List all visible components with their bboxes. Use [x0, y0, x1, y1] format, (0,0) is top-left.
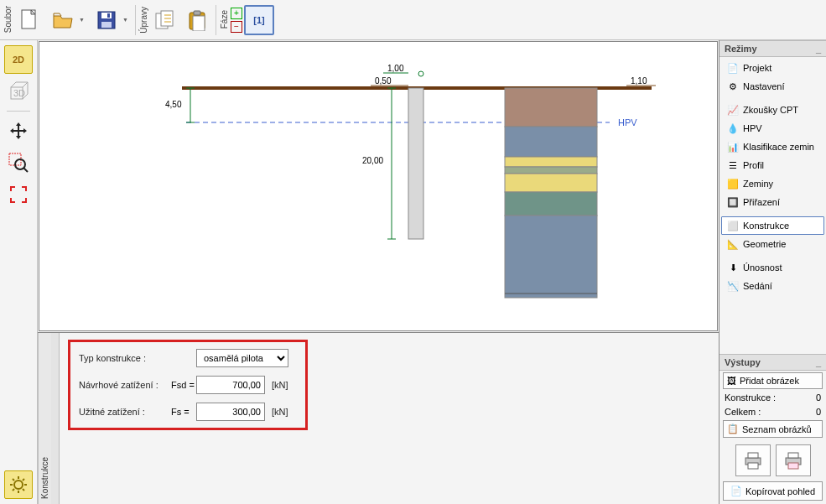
design-load-symbol: Fsd =	[171, 380, 196, 390]
svg-rect-37	[505, 174, 597, 192]
menu-upravy-label: Úpravy	[139, 5, 148, 35]
view-3d-button[interactable]: 3D	[4, 77, 33, 106]
use-load-input[interactable]	[196, 403, 265, 421]
svg-rect-9	[194, 11, 200, 15]
cpt-icon: 📈	[727, 104, 739, 116]
tree-nastaveni[interactable]: ⚙Nastavení	[721, 77, 824, 96]
svg-point-22	[418, 71, 423, 76]
view-2d-button[interactable]: 2D	[4, 45, 33, 74]
modes-title: Režimy	[725, 44, 757, 54]
svg-rect-33	[505, 88, 597, 127]
panel-tab-label: Konstrukce	[38, 333, 51, 504]
svg-rect-43	[748, 463, 758, 469]
phase-add-remove[interactable]: +−	[231, 8, 242, 33]
svg-rect-28	[408, 88, 423, 239]
copy-view-button[interactable]: 📄Kopírovat pohled	[723, 481, 823, 501]
menu-faze-label: Fáze	[220, 8, 229, 30]
top-toolbar: Soubor Úpravy Fáze +− [1]	[0, 0, 826, 40]
drawing-canvas[interactable]: HPV 4,50 1,00 0,50 1,10	[39, 41, 718, 331]
svg-rect-2	[101, 13, 112, 18]
assign-icon: 🔲	[727, 196, 739, 208]
tree-prirazeni[interactable]: 🔲Přiřazení	[721, 193, 824, 211]
svg-text:4,50: 4,50	[165, 100, 182, 109]
svg-rect-39	[505, 216, 597, 298]
move-tool-button[interactable]	[4, 117, 33, 145]
construction-icon: ⬜	[727, 220, 739, 231]
tree-konstrukce[interactable]: ⬜Konstrukce	[721, 216, 824, 235]
konstrukce-count-label: Konstrukce :	[725, 392, 776, 403]
list-icon: 📋	[727, 423, 739, 434]
svg-text:20,00: 20,00	[362, 156, 383, 165]
outputs-collapse-icon[interactable]: _	[816, 357, 821, 367]
svg-rect-4	[107, 13, 110, 18]
tree-profil[interactable]: ☰Profil	[721, 156, 824, 174]
add-picture-icon: 🖼	[727, 376, 736, 386]
settings-gear-button[interactable]	[4, 470, 33, 499]
svg-point-14	[14, 481, 23, 489]
svg-rect-3	[101, 22, 112, 28]
gear-icon: ⚙	[727, 81, 739, 92]
phase-button-1[interactable]: [1]	[244, 5, 274, 35]
copy-button[interactable]	[150, 5, 180, 35]
add-picture-button[interactable]: 🖼Přidat obrázek	[723, 372, 823, 389]
fit-view-button[interactable]	[4, 180, 33, 209]
construction-form: Typ konstrukce : osamělá pilota Návrhové…	[68, 340, 308, 430]
geometry-icon: 📐	[727, 238, 739, 250]
save-file-button[interactable]	[90, 5, 132, 35]
right-panel: Režimy_ 📄Projekt ⚙Nastavení 📈Zkoušky CPT…	[719, 40, 826, 504]
svg-rect-8	[193, 16, 205, 31]
water-icon: 💧	[727, 122, 739, 134]
svg-rect-35	[505, 157, 597, 167]
modes-collapse-icon[interactable]: _	[816, 44, 821, 54]
svg-text:0,50: 0,50	[375, 76, 392, 86]
print-button-2[interactable]	[776, 444, 811, 476]
new-file-button[interactable]	[14, 5, 44, 35]
tree-cpt[interactable]: 📈Zkoušky CPT	[721, 101, 824, 119]
design-load-label: Návrhové zatížení :	[79, 380, 171, 390]
phase-remove-icon: −	[231, 21, 242, 33]
open-file-button[interactable]	[46, 5, 88, 35]
konstrukce-count: 0	[816, 392, 821, 403]
capacity-icon: ⬇	[727, 262, 739, 273]
paste-button[interactable]	[182, 5, 212, 35]
svg-rect-45	[788, 453, 798, 458]
svg-rect-46	[788, 463, 798, 469]
type-label: Typ konstrukce :	[79, 353, 171, 363]
total-count-label: Celkem :	[725, 407, 761, 417]
zoom-tool-button[interactable]	[4, 148, 33, 177]
modes-tree: 📄Projekt ⚙Nastavení 📈Zkoušky CPT 💧HPV 📊K…	[720, 57, 826, 297]
tree-projekt[interactable]: 📄Projekt	[721, 59, 824, 77]
svg-rect-38	[505, 192, 597, 216]
tree-geometrie[interactable]: 📐Geometrie	[721, 235, 824, 253]
picture-list-button[interactable]: 📋Seznam obrázků	[723, 420, 823, 438]
svg-text:1,10: 1,10	[631, 76, 647, 86]
copy-icon: 📄	[730, 486, 742, 496]
document-icon: 📄	[727, 62, 739, 74]
design-load-unit: [kN]	[272, 380, 297, 390]
svg-rect-42	[748, 453, 758, 458]
profile-icon: ☰	[727, 159, 739, 171]
tree-sedani[interactable]: 📉Sedání	[721, 277, 824, 295]
design-load-input[interactable]	[196, 376, 265, 394]
total-count: 0	[816, 407, 821, 417]
bottom-form-panel: Konstrukce Typ konstrukce : osamělá pilo…	[38, 332, 719, 504]
print-button-1[interactable]	[735, 444, 771, 476]
soil-icon: 🟨	[727, 178, 739, 190]
view-sidebar: 2D 3D	[0, 40, 38, 504]
outputs-title: Výstupy	[725, 357, 761, 367]
tree-klasifikace[interactable]: 📊Klasifikace zemin	[721, 138, 824, 156]
tree-unosnost[interactable]: ⬇Únosnost	[721, 258, 824, 277]
tree-hpv[interactable]: 💧HPV	[721, 119, 824, 138]
classify-icon: 📊	[727, 141, 739, 153]
tree-zeminy[interactable]: 🟨Zeminy	[721, 174, 824, 193]
svg-text:3D: 3D	[13, 88, 25, 98]
type-select[interactable]: osamělá pilota	[196, 349, 288, 367]
use-load-label: Užitné zatížení :	[79, 407, 171, 417]
svg-rect-34	[505, 127, 597, 157]
use-load-symbol: Fs =	[171, 407, 196, 417]
menu-soubor-label: Soubor	[3, 4, 13, 34]
phase-add-icon: +	[231, 8, 242, 19]
svg-rect-36	[505, 167, 597, 174]
svg-text:1,00: 1,00	[387, 64, 404, 73]
settlement-icon: 📉	[727, 280, 739, 292]
